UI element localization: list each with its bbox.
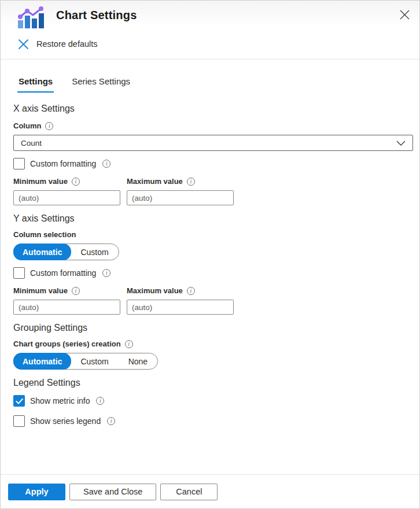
x-max-label: Maximum value [127, 177, 183, 186]
tab-bar: Settings Series Settings [1, 76, 419, 93]
column-selection-custom[interactable]: Custom [71, 244, 118, 260]
y-custom-formatting-row: Custom formatting [13, 265, 412, 281]
x-axis-section-heading: X axis Settings [13, 104, 412, 114]
tab-settings[interactable]: Settings [17, 76, 54, 93]
chevron-down-icon [396, 141, 406, 146]
y-axis-min-max: Minimum value Maximum value [13, 286, 412, 315]
chart-groups-label-row: Chart groups (series) creation [13, 340, 412, 348]
info-icon[interactable] [187, 178, 195, 186]
restore-defaults-label: Restore defaults [36, 39, 98, 49]
x-custom-formatting-label: Custom formatting [30, 159, 96, 168]
y-max-field: Maximum value [127, 286, 234, 315]
y-custom-formatting-label: Custom formatting [30, 268, 96, 278]
x-min-label: Minimum value [13, 177, 68, 186]
x-min-field: Minimum value [13, 177, 120, 205]
info-icon[interactable] [102, 160, 110, 168]
show-series-legend-label: Show series legend [30, 416, 101, 426]
x-min-input[interactable] [13, 190, 120, 205]
tab-series-settings[interactable]: Series Settings [71, 76, 131, 93]
x-custom-formatting-checkbox[interactable] [13, 158, 25, 169]
y-max-label: Maximum value [127, 286, 183, 295]
close-icon[interactable] [395, 5, 414, 24]
y-min-label: Minimum value [13, 286, 68, 295]
x-axis-min-max: Minimum value Maximum value [13, 177, 412, 205]
grouping-section-heading: Grouping Settings [13, 323, 412, 333]
info-icon[interactable] [102, 269, 110, 277]
page-title: Chart Settings [56, 5, 137, 25]
info-icon[interactable] [72, 178, 80, 186]
chart-groups-custom[interactable]: Custom [71, 353, 118, 369]
chart-groups-label: Chart groups (series) creation [13, 340, 121, 348]
show-series-legend-checkbox[interactable] [13, 415, 25, 427]
info-icon[interactable] [45, 122, 53, 130]
panel-header: Chart Settings [1, 1, 419, 32]
x-axis-column-dropdown[interactable]: Count [13, 135, 413, 151]
footer-bar: Apply Save and Close Cancel [1, 474, 419, 508]
bar-line-chart-icon [17, 6, 45, 29]
chart-groups-toggle: Automatic Custom None [13, 353, 158, 370]
cancel-button[interactable]: Cancel [160, 484, 218, 500]
y-min-input[interactable] [13, 300, 120, 315]
show-metric-info-checkbox[interactable] [13, 395, 25, 407]
y-axis-section-heading: Y axis Settings [13, 213, 412, 224]
save-and-close-button[interactable]: Save and Close [69, 484, 156, 500]
y-min-field: Minimum value [13, 286, 120, 315]
info-icon[interactable] [107, 417, 115, 425]
x-custom-formatting-row: Custom formatting [13, 156, 412, 171]
column-selection-label-row: Column selection [13, 230, 412, 239]
y-custom-formatting-checkbox[interactable] [13, 267, 25, 279]
column-label-row: Column [13, 121, 412, 130]
column-selection-toggle: Automatic Custom [13, 244, 119, 260]
y-max-input[interactable] [127, 300, 234, 315]
header-divider [1, 59, 419, 60]
show-series-legend-row: Show series legend [13, 414, 412, 429]
show-metric-info-row: Show metric info [13, 393, 412, 408]
chart-settings-panel: Chart Settings Restore defaults Settings… [0, 0, 420, 509]
legend-section-heading: Legend Settings [13, 378, 412, 388]
column-selection-label: Column selection [13, 230, 76, 239]
dismiss-x-icon [18, 39, 29, 50]
x-axis-column-value: Count [21, 139, 42, 147]
chart-groups-none[interactable]: None [119, 353, 157, 369]
info-icon[interactable] [187, 287, 195, 295]
settings-content: X axis Settings Column Count Custom form… [1, 93, 419, 429]
info-icon[interactable] [96, 397, 104, 405]
column-label: Column [13, 121, 41, 130]
apply-button[interactable]: Apply [8, 484, 65, 500]
x-max-field: Maximum value [127, 177, 234, 205]
column-selection-automatic[interactable]: Automatic [13, 244, 71, 260]
chart-groups-automatic[interactable]: Automatic [13, 353, 71, 370]
info-icon[interactable] [125, 340, 133, 348]
restore-defaults-button[interactable]: Restore defaults [18, 36, 98, 51]
info-icon[interactable] [72, 287, 80, 295]
x-max-input[interactable] [127, 190, 234, 205]
show-metric-info-label: Show metric info [30, 396, 90, 405]
